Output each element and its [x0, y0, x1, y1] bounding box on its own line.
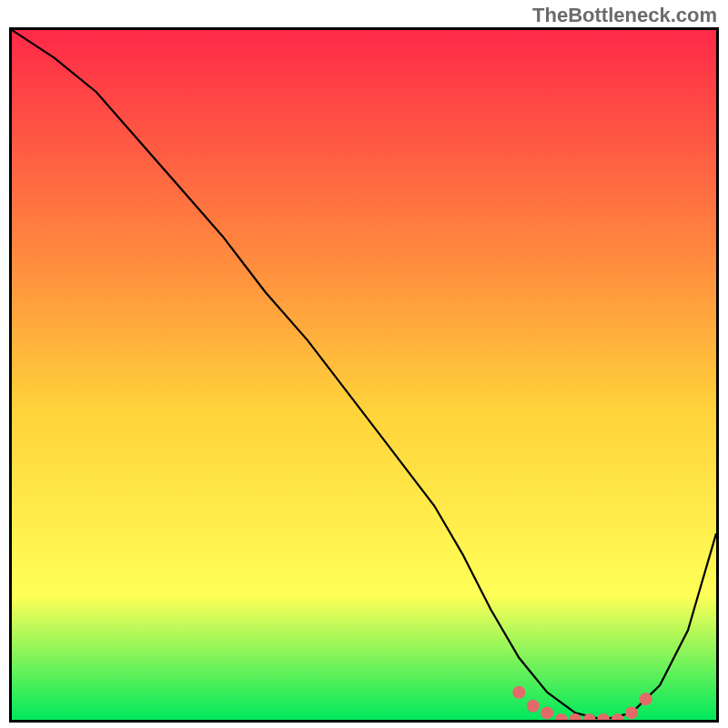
valley-marker-dot: [541, 706, 553, 719]
gradient-background: [12, 30, 716, 720]
chart-svg: [12, 30, 716, 720]
watermark-text: TheBottleneck.com: [532, 4, 717, 27]
valley-marker-dot: [527, 700, 540, 713]
valley-marker-dot: [512, 686, 525, 699]
valley-marker-dot: [640, 693, 652, 705]
chart-plot-area: [9, 27, 719, 723]
valley-marker-dot: [625, 706, 638, 719]
